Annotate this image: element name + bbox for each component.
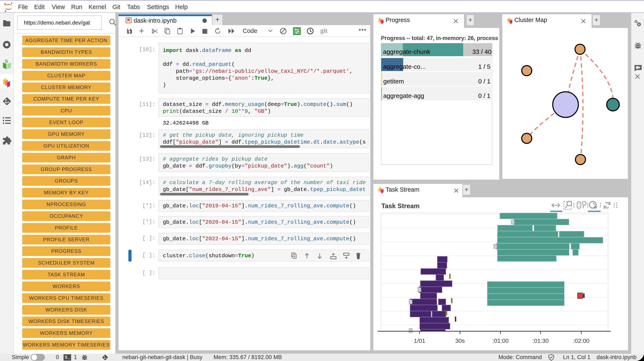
svg-text:1/01: 1/01 bbox=[414, 338, 426, 344]
svg-text::01:00: :01:00 bbox=[492, 338, 509, 344]
svg-text:30s: 30s bbox=[455, 338, 465, 344]
svg-text:S: S bbox=[5, 59, 8, 64]
svg-text::02:00: :02:00 bbox=[573, 338, 590, 344]
svg-text::01:30: :01:30 bbox=[532, 338, 549, 344]
